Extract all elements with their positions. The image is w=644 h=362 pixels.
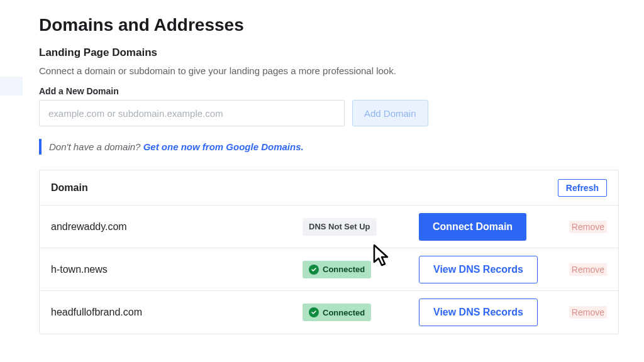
domain-name: headfullofbrand.com: [51, 307, 303, 318]
status-badge-connected: Connected: [303, 304, 371, 321]
section-title: Landing Page Domains: [39, 47, 619, 59]
view-dns-records-button[interactable]: View DNS Records: [419, 299, 538, 326]
sidebar-edge-decoration: [0, 77, 23, 96]
check-icon: [309, 307, 319, 317]
table-row: h-town.news Connected View DNS Records R…: [40, 248, 618, 291]
domain-hint: Don't have a domain? Get one now from Go…: [39, 139, 619, 155]
section-description: Connect a domain or subdomain to give yo…: [39, 65, 619, 76]
hint-prefix: Don't have a domain?: [49, 141, 143, 152]
remove-domain-link[interactable]: Remove: [569, 306, 607, 319]
status-badge-text: Connected: [323, 308, 365, 317]
view-dns-records-button[interactable]: View DNS Records: [419, 256, 538, 283]
add-domain-row: Add Domain: [39, 100, 619, 126]
domain-name: h-town.news: [51, 264, 303, 275]
table-header-row: Domain Refresh: [40, 170, 618, 206]
page-title: Domains and Addresses: [39, 15, 619, 35]
status-badge-not-setup: DNS Not Set Up: [303, 218, 377, 236]
remove-domain-link[interactable]: Remove: [569, 221, 607, 233]
status-badge-text: Connected: [323, 265, 365, 274]
table-row: headfullofbrand.com Connected View DNS R…: [40, 291, 618, 334]
connect-domain-button[interactable]: Connect Domain: [419, 213, 526, 241]
domain-name: andrewaddy.com: [51, 221, 303, 233]
domain-input[interactable]: [39, 100, 345, 126]
remove-domain-link[interactable]: Remove: [569, 263, 607, 276]
check-icon: [309, 265, 319, 275]
status-badge-connected: Connected: [303, 261, 371, 278]
google-domains-link[interactable]: Get one now from Google Domains.: [143, 141, 304, 152]
refresh-button[interactable]: Refresh: [558, 179, 607, 197]
page-container: Domains and Addresses Landing Page Domai…: [0, 0, 644, 349]
table-row: andrewaddy.com DNS Not Set Up Connect Do…: [40, 206, 618, 248]
add-domain-label: Add a New Domain: [39, 86, 619, 96]
domain-table: Domain Refresh andrewaddy.com DNS Not Se…: [39, 170, 619, 334]
column-header-domain: Domain: [51, 182, 303, 194]
add-domain-button[interactable]: Add Domain: [352, 100, 428, 126]
status-badge-text: DNS Not Set Up: [309, 222, 370, 231]
